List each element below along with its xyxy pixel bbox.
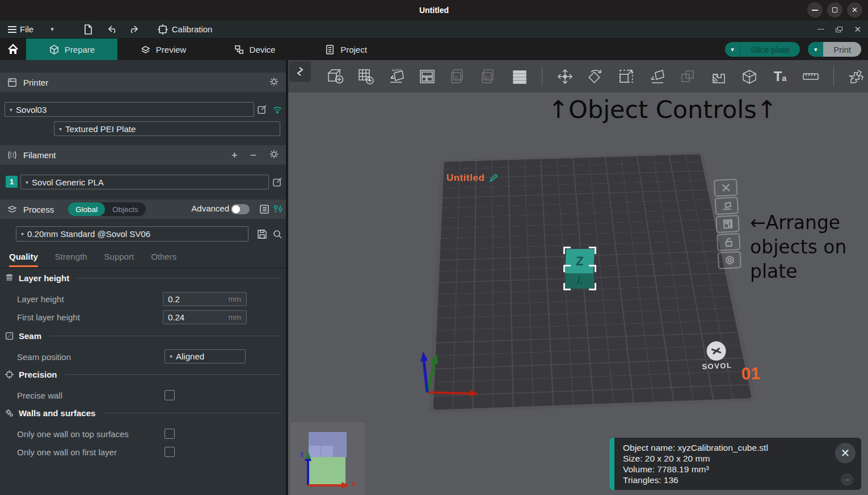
one-wall-first-checkbox[interactable]	[165, 447, 175, 457]
undo-button[interactable]	[103, 20, 123, 38]
plate-lock-button[interactable]	[717, 233, 741, 251]
printer-select[interactable]: ▾Sovol03	[5, 102, 254, 117]
tab-device-label: Device	[250, 45, 276, 54]
annotation-object-controls: ↑Object Controls↑	[548, 95, 777, 124]
printer-wifi-icon[interactable]	[272, 104, 283, 115]
annotation-arrange: ←Arrange objects on plate	[750, 211, 868, 284]
layer-height-input[interactable]	[163, 294, 214, 304]
info-close-button[interactable]: ✕	[835, 443, 856, 463]
variable-layer-height-button[interactable]	[707, 65, 730, 88]
process-tab-strength[interactable]: Strength	[55, 252, 87, 267]
calibration-icon	[157, 24, 168, 35]
plate-name-label[interactable]: Untitled	[446, 172, 499, 184]
advanced-toggle[interactable]	[231, 204, 250, 214]
origin-axes-gizmo	[416, 344, 484, 400]
parameter-table-icon[interactable]	[259, 204, 270, 215]
info-accent-stripe	[609, 438, 614, 490]
tab-prepare[interactable]: Prepare	[26, 39, 117, 60]
calibration-cube-object[interactable]: Z /.	[563, 247, 596, 290]
plate-auto-orient-button[interactable]	[715, 197, 739, 215]
app-minimize-button[interactable]	[818, 29, 824, 30]
add-filament-button[interactable]: +	[231, 150, 238, 160]
seam-position-select[interactable]: ▾Aligned	[165, 349, 246, 363]
filament-edit-icon[interactable]	[272, 176, 283, 188]
one-wall-top-checkbox[interactable]	[165, 429, 175, 439]
print-dropdown-icon[interactable]: ▾	[808, 42, 823, 57]
app-close-button[interactable]: ✕	[854, 24, 861, 35]
add-object-button[interactable]	[323, 65, 347, 88]
filament-settings-gear-icon[interactable]	[269, 149, 279, 161]
scope-objects[interactable]: Objects	[105, 202, 146, 216]
new-project-button[interactable]	[78, 20, 98, 38]
lay-on-face-button[interactable]	[646, 65, 669, 88]
info-collapse-button[interactable]: −	[841, 473, 853, 486]
measure-tool-button[interactable]	[799, 65, 823, 88]
collapse-sidebar-button[interactable]	[289, 61, 311, 82]
settings-sidebar: Printer ▾Sovol03 ▾Textured PEI Plate Fil…	[0, 60, 287, 495]
home-button[interactable]	[0, 39, 26, 60]
prepare-icon	[49, 44, 60, 55]
process-tab-support[interactable]: Support	[104, 252, 134, 267]
object-list-button[interactable]	[508, 65, 531, 88]
rotate-tool-button[interactable]	[584, 65, 607, 88]
mirror-tool-button[interactable]	[676, 65, 700, 88]
add-plate-button[interactable]	[354, 65, 377, 88]
process-tab-strip: Quality Strength Support Others	[9, 252, 176, 267]
project-icon	[325, 44, 335, 55]
paste-button[interactable]: P	[477, 65, 500, 88]
auto-orient-button[interactable]: AUTO	[385, 65, 408, 88]
process-tab-quality[interactable]: Quality	[9, 252, 38, 267]
precise-wall-row: Precise wall	[17, 388, 281, 403]
remove-filament-button[interactable]: −	[250, 150, 256, 160]
preset-compare-icon[interactable]	[272, 204, 284, 215]
save-preset-icon[interactable]	[256, 229, 268, 240]
copy-button[interactable]: 0	[446, 65, 470, 88]
os-minimize-button[interactable]	[807, 2, 823, 18]
scene-viewport[interactable]: AUTO 0 P	[288, 60, 868, 495]
scale-icon	[617, 67, 636, 86]
process-scope-toggle[interactable]: Global Objects	[68, 202, 146, 216]
file-menu[interactable]: File	[0, 20, 38, 38]
slice-dropdown-icon[interactable]: ▾	[725, 42, 740, 57]
tab-preview[interactable]: Preview	[117, 39, 209, 60]
bed-type-select[interactable]: ▾Textured PEI Plate	[54, 121, 280, 136]
print-button[interactable]: ▾ Print	[808, 42, 861, 57]
scale-tool-button[interactable]	[615, 65, 638, 88]
precise-wall-checkbox[interactable]	[165, 390, 175, 400]
printer-settings-gear-icon[interactable]	[269, 77, 279, 88]
slice-plate-button[interactable]: ▾ Slice plate	[725, 42, 800, 57]
precise-wall-label: Precise wall	[17, 391, 62, 400]
tab-device[interactable]: Device	[209, 39, 300, 60]
file-dropdown-arrow[interactable]: ▾	[46, 20, 58, 38]
search-settings-icon[interactable]	[272, 229, 283, 240]
first-layer-height-input[interactable]	[163, 312, 214, 322]
filament-section-header: Filament + −	[0, 145, 286, 164]
calibration-menu[interactable]: Calibration	[153, 20, 217, 38]
seam-position-row: Seam position ▾Aligned	[17, 349, 281, 364]
layer-height-icon	[5, 273, 14, 283]
tab-project[interactable]: Project	[300, 39, 391, 60]
first-layer-height-label: First layer height	[17, 312, 80, 322]
scope-global[interactable]: Global	[68, 202, 105, 216]
cut-tool-button[interactable]	[738, 65, 761, 88]
process-tab-others[interactable]: Others	[151, 252, 176, 267]
assembly-view-button[interactable]	[845, 65, 868, 88]
os-close-button[interactable]: ✕	[847, 2, 862, 18]
plate-delete-button[interactable]	[714, 179, 738, 197]
plate-settings-button[interactable]	[718, 251, 742, 269]
move-tool-button[interactable]	[553, 65, 576, 88]
printer-edit-icon[interactable]	[256, 104, 268, 115]
preview-icon	[140, 44, 151, 55]
svg-text:0: 0	[454, 75, 458, 82]
object-triangles-line: Triangles: 136	[623, 475, 827, 485]
filament-select[interactable]: ▾Sovol Generic PLA	[20, 175, 269, 189]
arrange-button[interactable]	[416, 65, 439, 88]
os-restore-button[interactable]	[827, 2, 842, 18]
app-restore-button[interactable]	[836, 27, 842, 32]
precision-title: Precision	[19, 370, 57, 379]
plate-arrange-button[interactable]	[715, 215, 740, 233]
process-preset-select[interactable]: ▾0.20mm Standard @Sovol SV06	[16, 226, 248, 242]
lay-on-face-icon	[647, 67, 667, 86]
text-tool-button[interactable]: Ta	[768, 65, 791, 88]
redo-button[interactable]	[123, 20, 144, 38]
